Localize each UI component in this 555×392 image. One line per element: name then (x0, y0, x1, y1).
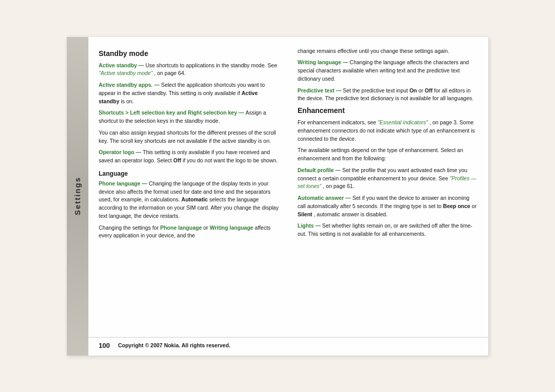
enhancement-intro1: For enhancement indicators, see (298, 119, 378, 125)
auto-beep: Beep once (443, 203, 470, 209)
active-apps-end: is on. (121, 98, 134, 104)
active-standby-link: "Active standby mode" (99, 70, 153, 76)
active-standby-text: Use shortcuts to applications in the sta… (145, 62, 277, 68)
predictive-label: Predictive text — (298, 87, 343, 94)
changing-text: Changing the settings for (99, 225, 160, 231)
columns: Standby mode Active standby — Use shortc… (88, 47, 488, 333)
auto-end: , automatic answer is disabled. (314, 211, 388, 217)
active-standby-apps-para: Active standby apps. — Select the applic… (99, 81, 279, 105)
changing-writing: Writing language (210, 225, 253, 231)
phone-lang-label: Phone language — (99, 180, 149, 186)
profiles-page: , on page 61. (323, 183, 354, 189)
op-logo-off: Off (173, 157, 181, 163)
book-page: Settings Standby mode Active standby — U… (67, 37, 488, 356)
predictive-text-para: Predictive text — Set the predictive tex… (298, 87, 478, 103)
right-column: change remains effective until you chang… (288, 47, 488, 333)
lights-label: Lights — (298, 222, 322, 229)
shortcuts-para: Shortcuts > Left selection key and Right… (99, 109, 279, 125)
language-section: Language Phone language — Changing the l… (99, 170, 279, 240)
phone-language-para: Phone language — Changing the language o… (99, 180, 279, 220)
main-content: Standby mode Active standby — Use shortc… (88, 37, 488, 356)
keypad-para: You can also assign keypad shortcuts for… (99, 129, 279, 145)
op-logo-label: Operator logo — (99, 149, 143, 155)
auto-or: or (472, 203, 476, 209)
shortcuts-label: Shortcuts > Left selection key and Right… (99, 109, 246, 116)
available-settings-para: The available settings depend on the typ… (298, 146, 478, 163)
language-heading: Language (99, 170, 279, 177)
active-standby-label: Active standby — (99, 62, 145, 68)
phone-lang-auto: Automatic (181, 196, 208, 202)
changing-or: or (203, 225, 210, 231)
change-remains-para: change remains effective until you chang… (298, 47, 478, 55)
changing-settings-para: Changing the settings for Phone language… (99, 224, 279, 240)
footer-copyright: Copyright © 2007 Nokia. All rights reser… (118, 342, 231, 348)
enhancement-heading: Enhancement (298, 106, 478, 115)
predictive-off: Off (424, 87, 432, 94)
standby-heading: Standby mode (99, 49, 279, 58)
essential-link: "Essential indicators" (378, 119, 428, 125)
lights-para: Lights — Set whether lights remain on, o… (298, 222, 478, 238)
predictive-on: On (410, 87, 417, 94)
predictive-or: or (418, 87, 424, 94)
auto-answer-para: Automatic answer — Set if you want the d… (298, 194, 478, 218)
page-number: 100 (99, 342, 110, 349)
active-standby-para: Active standby — Use shortcuts to applic… (99, 62, 279, 78)
default-profile-para: Default profile — Set the profile that y… (298, 166, 478, 191)
changing-phone: Phone language (160, 225, 202, 231)
auto-silent: Silent (298, 211, 312, 217)
writing-lang-label: Writing language — (298, 59, 349, 65)
lights-text: Set whether lights remain on, or are swi… (298, 222, 472, 237)
active-apps-label: Active standby apps. — (99, 82, 161, 88)
predictive-text1: Set the predictive text input (343, 87, 410, 94)
operator-logo-para: Operator logo — This setting is only ava… (99, 148, 279, 165)
writing-language-para: Writing language — Changing the language… (298, 59, 478, 83)
sidebar: Settings (67, 37, 88, 356)
page: Settings Standby mode Active standby — U… (0, 0, 555, 392)
auto-answer-label: Automatic answer — (298, 195, 353, 201)
enhancement-intro-para: For enhancement indicators, see "Essenti… (298, 119, 478, 143)
sidebar-label: Settings (73, 177, 82, 215)
left-column: Standby mode Active standby — Use shortc… (88, 47, 288, 333)
default-profile-label: Default profile — (298, 167, 342, 173)
footer: 100 Copyright © 2007 Nokia. All rights r… (88, 337, 488, 356)
standby-section: Standby mode Active standby — Use shortc… (99, 49, 279, 165)
op-logo-end: if you do not want the logo to be shown. (182, 157, 278, 163)
active-standby-page: , on page 64. (154, 70, 186, 76)
